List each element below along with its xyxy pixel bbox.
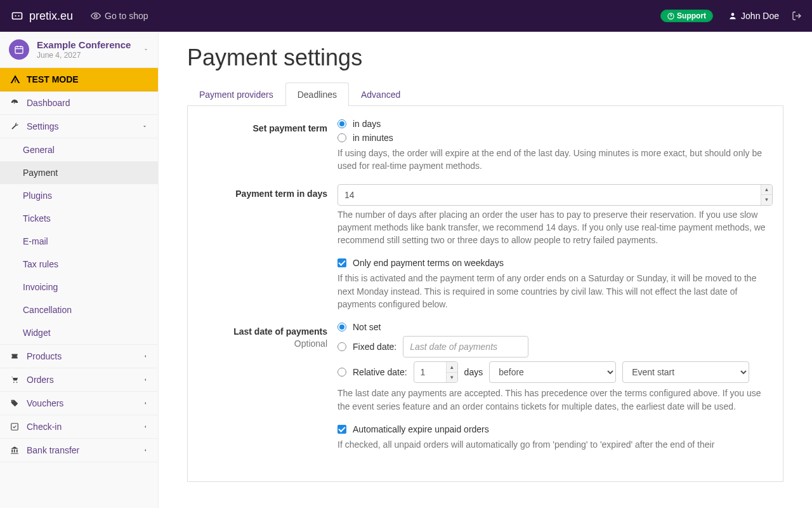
select-before-after[interactable]: before: [489, 361, 616, 383]
brand-text: pretix.eu: [29, 10, 73, 23]
sidebar-item-orders[interactable]: Orders: [0, 368, 158, 392]
sidebar-item-vouchers[interactable]: Vouchers: [0, 392, 158, 415]
sidebar-item-plugins[interactable]: Plugins: [0, 184, 158, 207]
sidebar-item-checkin[interactable]: Check-in: [0, 415, 158, 439]
main-content: Payment settings Payment providers Deadl…: [159, 32, 812, 508]
support-button[interactable]: Support: [660, 10, 713, 22]
sidebar-item-bank-transfer[interactable]: Bank transfer: [0, 439, 158, 462]
sidebar-item-general[interactable]: General: [0, 138, 158, 161]
radio-not-set[interactable]: Not set: [337, 322, 773, 332]
chevron-left-icon: [143, 400, 148, 406]
checkbox-input-weekdays[interactable]: [337, 258, 346, 267]
select-anchor[interactable]: Event start: [622, 361, 749, 383]
test-mode-label: TEST MODE: [27, 74, 79, 84]
radio-input-relative-date[interactable]: [337, 368, 346, 377]
checkbox-auto-expire[interactable]: Automatically expire unpaid orders: [337, 424, 773, 434]
checkbox-weekdays[interactable]: Only end payment terms on weekdays: [337, 258, 773, 268]
sidebar-item-dashboard[interactable]: Dashboard: [0, 91, 158, 115]
sidebar-item-invoicing[interactable]: Invoicing: [0, 276, 158, 298]
svg-point-5: [671, 17, 671, 18]
checkbox-label: Automatically expire unpaid orders: [353, 424, 489, 434]
support-label: Support: [677, 11, 706, 20]
brand-link[interactable]: pretix.eu: [10, 9, 73, 23]
sidebar-item-label: Widget: [23, 328, 51, 338]
sidebar-item-label: Invoicing: [23, 282, 58, 292]
top-navbar: pretix.eu Go to shop Support John Doe: [0, 0, 812, 32]
user-name: John Doe: [741, 11, 779, 21]
radio-label: in days: [353, 119, 381, 129]
radio-input-in-days[interactable]: [337, 119, 346, 128]
number-spinner[interactable]: ▲▼: [446, 362, 457, 382]
wrench-icon: [10, 122, 20, 131]
help-set-term: If using days, the order will expire at …: [337, 147, 773, 173]
help-auto-expire: If checked, all unpaid orders will autom…: [337, 438, 773, 451]
radio-input-not-set[interactable]: [337, 323, 346, 331]
go-to-shop-link[interactable]: Go to shop: [91, 11, 148, 21]
svg-point-8: [13, 382, 15, 383]
check-square-icon: [10, 422, 20, 431]
input-fixed-date[interactable]: [403, 336, 528, 358]
sidebar-item-products[interactable]: Products: [0, 345, 158, 368]
radio-in-minutes[interactable]: in minutes: [337, 133, 773, 143]
sidebar-item-label: Bank transfer: [27, 445, 79, 455]
svg-rect-0: [13, 13, 22, 19]
tags-icon: [10, 399, 20, 408]
logout-button[interactable]: [792, 11, 802, 21]
help-last-date: The last date any payments are accepted.…: [337, 387, 773, 413]
svg-rect-7: [15, 46, 23, 53]
sidebar-item-label: Cancellation: [23, 305, 72, 315]
sidebar-item-label: Check-in: [27, 422, 62, 432]
eye-icon: [91, 11, 101, 21]
svg-point-3: [95, 15, 97, 17]
input-term-days[interactable]: [337, 184, 773, 206]
sidebar-item-label: Products: [27, 351, 62, 361]
radio-label-relative: Relative date:: [353, 367, 407, 377]
radio-in-days[interactable]: in days: [337, 119, 773, 129]
event-date: June 4, 2027: [37, 51, 131, 60]
caret-down-icon: [143, 46, 149, 53]
checkbox-input-auto-expire[interactable]: [337, 425, 346, 434]
label-last-date: Last date of payments Optional: [198, 322, 337, 350]
sidebar-item-tickets[interactable]: Tickets: [0, 207, 158, 230]
sidebar-item-label: Tax rules: [23, 259, 58, 269]
sidebar-item-settings[interactable]: Settings: [0, 115, 158, 138]
user-menu[interactable]: John Doe: [728, 11, 779, 21]
user-icon: [728, 11, 737, 20]
sidebar-item-label: Plugins: [23, 190, 52, 201]
event-switcher[interactable]: Example Conference June 4, 2027: [0, 32, 158, 68]
sidebar-item-label: Orders: [27, 375, 54, 385]
sidebar-item-tax-rules[interactable]: Tax rules: [0, 253, 158, 276]
radio-input-in-minutes[interactable]: [337, 133, 346, 142]
sidebar-item-email[interactable]: E-mail: [0, 230, 158, 253]
sidebar-item-label: Settings: [27, 121, 59, 131]
help-term-days: The number of days after placing an orde…: [337, 208, 773, 247]
sidebar-item-cancellation[interactable]: Cancellation: [0, 298, 158, 321]
question-icon: [667, 13, 674, 20]
label-optional: Optional: [198, 338, 327, 350]
checkbox-label: Only end payment terms on weekdays: [353, 258, 504, 268]
radio-label: Not set: [353, 322, 381, 332]
sidebar-item-widget[interactable]: Widget: [0, 321, 158, 344]
label-text: Last date of payments: [233, 326, 327, 337]
tab-payment-providers[interactable]: Payment providers: [187, 83, 285, 106]
go-to-shop-label: Go to shop: [105, 11, 148, 21]
sidebar-item-payment[interactable]: Payment: [0, 161, 158, 184]
tab-bar: Payment providers Deadlines Advanced: [187, 83, 783, 106]
number-spinner[interactable]: ▲▼: [761, 185, 772, 205]
test-mode-banner: TEST MODE: [0, 68, 158, 91]
help-weekdays: If this is activated and the payment ter…: [337, 272, 773, 311]
chevron-left-icon: [143, 447, 148, 453]
tab-deadlines[interactable]: Deadlines: [285, 83, 349, 106]
chevron-left-icon: [143, 424, 148, 430]
bank-icon: [10, 446, 20, 455]
svg-point-2: [18, 15, 19, 17]
chevron-down-icon: [141, 123, 148, 130]
text-days: days: [464, 367, 483, 377]
radio-input-fixed-date[interactable]: [337, 342, 346, 351]
svg-point-6: [731, 13, 735, 16]
warning-icon: [10, 74, 20, 84]
sidebar-item-label: General: [23, 145, 55, 155]
tab-advanced[interactable]: Advanced: [349, 83, 412, 106]
event-name: Example Conference: [37, 39, 131, 51]
radio-label: in minutes: [353, 133, 393, 143]
